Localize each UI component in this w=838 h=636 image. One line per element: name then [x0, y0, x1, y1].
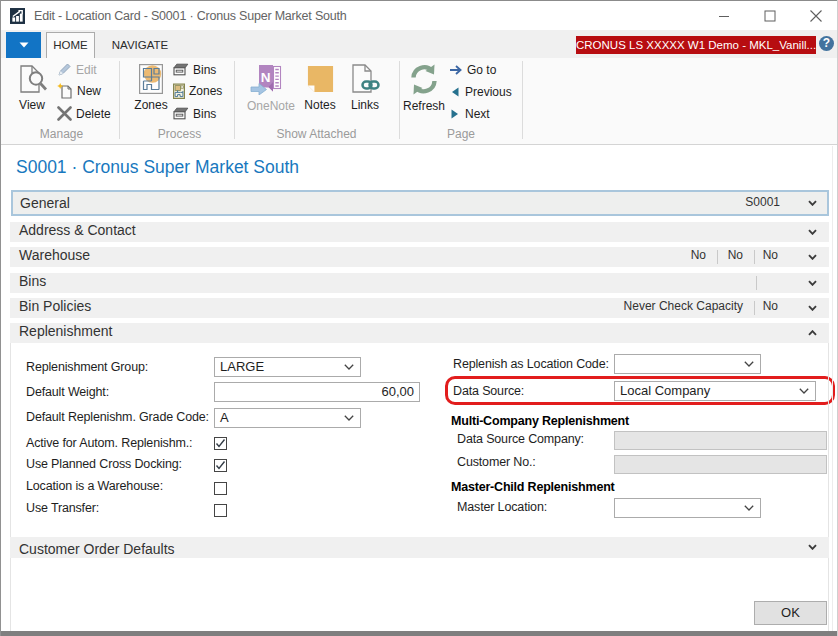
- svg-text:N: N: [261, 70, 271, 85]
